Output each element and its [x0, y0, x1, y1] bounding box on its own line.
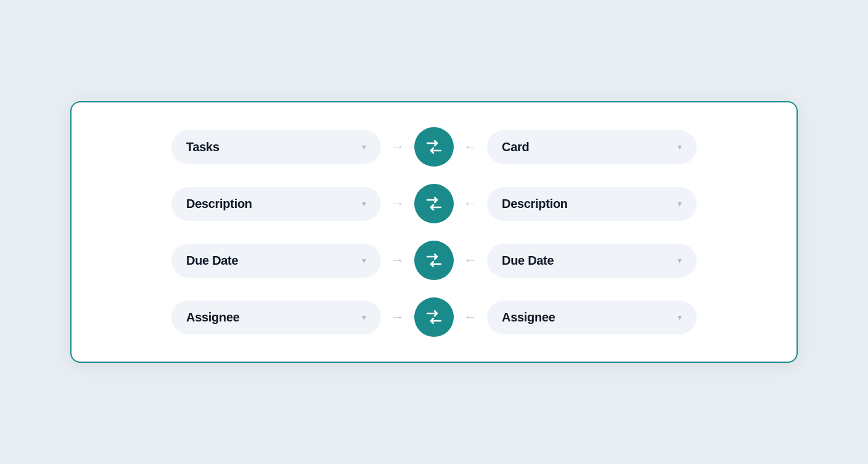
right-dropdown-arrow-assignee: ▾	[678, 312, 682, 322]
right-dropdown-description[interactable]: Description ▾	[487, 187, 697, 221]
right-dropdown-label-due-date: Due Date	[502, 254, 554, 268]
arrow-right-due-date: →	[391, 252, 404, 268]
mapping-row-due-date: Due Date ▾ → ← Due Date ▾	[108, 241, 760, 280]
right-dropdown-label-assignee: Assignee	[502, 310, 555, 325]
left-dropdown-due-date[interactable]: Due Date ▾	[171, 244, 381, 278]
left-dropdown-arrow-tasks: ▾	[362, 142, 366, 152]
arrow-left-description: ←	[464, 196, 477, 212]
swap-button-tasks[interactable]	[414, 127, 454, 167]
right-dropdown-arrow-tasks: ▾	[678, 142, 682, 152]
left-dropdown-description[interactable]: Description ▾	[171, 187, 381, 221]
swap-button-due-date[interactable]	[414, 241, 454, 280]
left-dropdown-label-due-date: Due Date	[186, 254, 238, 268]
right-dropdown-due-date[interactable]: Due Date ▾	[487, 244, 697, 278]
arrow-left-due-date: ←	[464, 252, 477, 268]
right-dropdown-label-tasks: Card	[502, 140, 529, 154]
mapping-card: Tasks ▾ → ← Card ▾	[70, 101, 798, 363]
left-dropdown-label-assignee: Assignee	[186, 310, 240, 325]
left-dropdown-assignee[interactable]: Assignee ▾	[171, 300, 381, 334]
left-dropdown-label-tasks: Tasks	[186, 140, 219, 154]
mapping-row-assignee: Assignee ▾ → ← Assignee ▾	[108, 297, 760, 337]
right-dropdown-label-description: Description	[502, 197, 568, 211]
arrow-right-assignee: →	[391, 309, 404, 325]
left-dropdown-arrow-assignee: ▾	[362, 312, 366, 322]
mapping-row-tasks: Tasks ▾ → ← Card ▾	[108, 127, 760, 167]
right-dropdown-tasks[interactable]: Card ▾	[487, 130, 697, 164]
swap-button-assignee[interactable]	[414, 297, 454, 337]
mapping-row-description: Description ▾ → ← Description ▾	[108, 184, 760, 223]
right-dropdown-arrow-description: ▾	[678, 199, 682, 209]
left-dropdown-arrow-description: ▾	[362, 199, 366, 209]
arrow-right-description: →	[391, 196, 404, 212]
swap-button-description[interactable]	[414, 184, 454, 223]
right-dropdown-arrow-due-date: ▾	[678, 255, 682, 265]
left-dropdown-label-description: Description	[186, 197, 252, 211]
left-dropdown-arrow-due-date: ▾	[362, 255, 366, 265]
arrow-left-tasks: ←	[464, 139, 477, 155]
right-dropdown-assignee[interactable]: Assignee ▾	[487, 300, 697, 334]
left-dropdown-tasks[interactable]: Tasks ▾	[171, 130, 381, 164]
arrow-left-assignee: ←	[464, 309, 477, 325]
arrow-right-tasks: →	[391, 139, 404, 155]
